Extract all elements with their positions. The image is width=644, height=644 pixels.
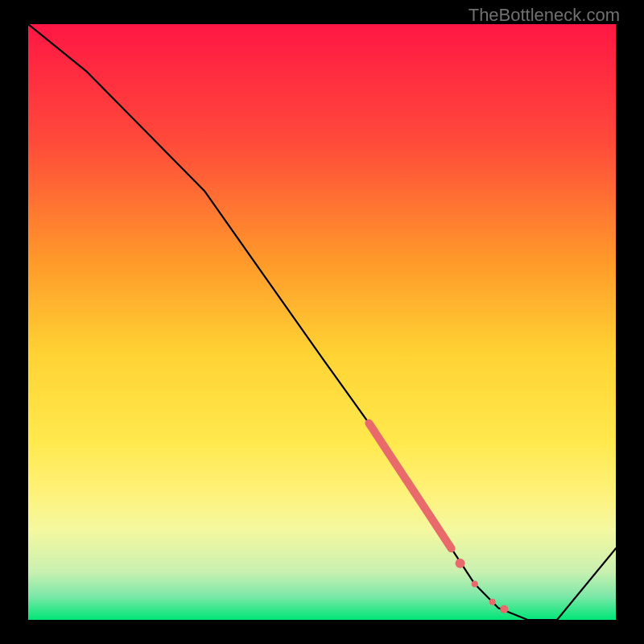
highlight-dots-point [456, 559, 465, 568]
chart-container: TheBottleneck.com [0, 0, 644, 644]
highlight-dots-point [500, 605, 508, 613]
chart-svg [28, 24, 616, 620]
highlight-dots-point [472, 581, 478, 588]
watermark-text: TheBottleneck.com [469, 5, 620, 26]
highlight-dots-point [489, 599, 496, 605]
plot-area [28, 24, 616, 620]
gradient-background [28, 24, 616, 620]
